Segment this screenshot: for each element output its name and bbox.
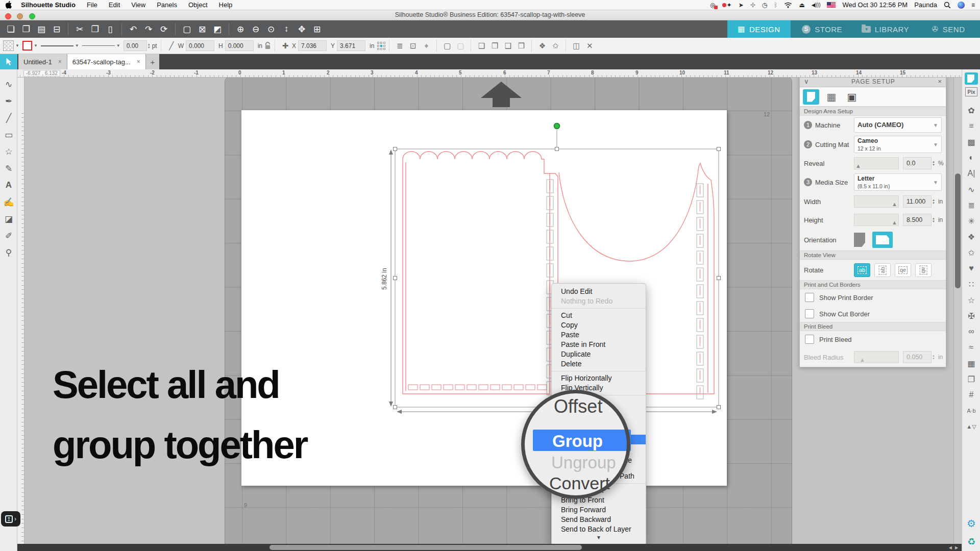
erase-options-icon[interactable]: ✳ xyxy=(962,214,980,228)
apple-menu[interactable] xyxy=(5,1,12,9)
scroll-left-icon[interactable]: ◀ xyxy=(949,545,952,550)
puzzle-tool-icon[interactable]: ✠ xyxy=(962,309,980,323)
save-icon[interactable]: ▤ xyxy=(34,22,49,36)
menu-item-bring-forward[interactable]: Bring Forward xyxy=(552,505,646,515)
stroke-dropdown-arrow[interactable]: ▼ xyxy=(34,43,38,48)
glyph-tool-icon[interactable]: A·b xyxy=(962,404,980,418)
creative-cloud-icon[interactable]: ◎ xyxy=(710,2,715,9)
menu-item-send-backward[interactable]: Send Backward xyxy=(552,515,646,524)
fill-pattern-tool-icon[interactable]: ▩ xyxy=(962,135,980,149)
nesting-tool-icon[interactable]: ▲▽ xyxy=(962,419,980,434)
menu-item-duplicate[interactable]: Duplicate xyxy=(552,349,646,359)
refresh-recycle-icon[interactable]: ♻ xyxy=(962,535,980,549)
tab-send[interactable]: ✇ SEND xyxy=(917,20,980,38)
send-to-back-icon[interactable]: ❐ xyxy=(488,41,501,51)
line-tool-icon[interactable]: ╱ xyxy=(0,110,17,126)
close-tab-icon[interactable]: × xyxy=(137,58,140,65)
siri-icon[interactable] xyxy=(958,2,965,9)
redo-icon[interactable]: ↷ xyxy=(141,22,156,36)
drag-zoom-icon[interactable]: ⊙ xyxy=(263,22,279,36)
bring-to-front-icon[interactable]: ❏ xyxy=(475,41,488,51)
cut-icon[interactable]: ✂ xyxy=(72,22,87,36)
horizontal-scrollbar-thumb[interactable] xyxy=(270,545,582,550)
undo-icon[interactable]: ↶ xyxy=(126,22,141,36)
print-bleed-checkbox[interactable] xyxy=(805,335,814,344)
select-tool[interactable] xyxy=(0,54,17,69)
width-slider[interactable]: ▲ xyxy=(854,195,899,208)
menu-item-flip-horizontally[interactable]: Flip Horizontally xyxy=(552,373,646,383)
cleaner-icon[interactable]: ✣ xyxy=(750,2,755,9)
paste-icon[interactable]: ▯ xyxy=(103,22,118,36)
rotate-icon[interactable]: ▢ xyxy=(454,41,467,51)
modify-tool-icon[interactable]: ❖ xyxy=(962,230,980,244)
cutting-mat-select[interactable]: Cameo12 x 12 in ▼ xyxy=(854,136,942,153)
height-input[interactable]: 0.000 xyxy=(225,40,254,51)
design-page[interactable] xyxy=(241,110,727,486)
menu-item-send-to-back-of-layer[interactable]: Send to Back of Layer xyxy=(552,524,646,534)
zoom-out-icon[interactable]: ⊖ xyxy=(248,22,263,36)
transform-panel-icon[interactable]: ≣ xyxy=(393,41,406,51)
weld-icon[interactable]: ❖ xyxy=(535,41,549,51)
zoom-in-icon[interactable]: ⊕ xyxy=(233,22,248,36)
stroke-width-input[interactable]: 0.00 xyxy=(124,40,147,51)
swoosh-icon[interactable]: ➤ xyxy=(739,2,744,9)
menu-item-copy[interactable]: Copy xyxy=(552,320,646,330)
tab-library[interactable]: ▼ LIBRARY xyxy=(854,20,917,38)
menu-item-undo-edit[interactable]: Undo Edit xyxy=(552,287,646,296)
doc-tab-scallop[interactable]: 63547-scallop-tag...× xyxy=(67,54,146,69)
y-position-input[interactable]: 3.671 xyxy=(337,40,365,51)
notification-center-icon[interactable]: ≡ xyxy=(971,2,975,9)
stroke-width-down[interactable]: ▼ xyxy=(148,46,151,49)
deselect-all-icon[interactable]: ⊠ xyxy=(194,22,210,36)
landscape-orientation-button[interactable] xyxy=(872,232,893,248)
sketch-tool-icon[interactable]: ∿ xyxy=(962,182,980,196)
rotate-90-button[interactable]: ab xyxy=(874,263,891,277)
scrollbar-corner[interactable]: ◀ ▶ xyxy=(945,544,962,551)
weave-tool-icon[interactable]: ∞ xyxy=(962,324,980,339)
settings-gear-icon[interactable]: ⚙ xyxy=(962,516,980,531)
volume-icon[interactable]: ◀))) xyxy=(812,2,821,8)
width-value-input[interactable]: 11.000 xyxy=(903,195,932,208)
send-backward-icon[interactable]: ❒ xyxy=(514,41,528,51)
star-tool-icon[interactable]: ☆ xyxy=(962,293,980,307)
tray-toggle-button[interactable]: ↥ › xyxy=(1,511,20,527)
freehand-tool-icon[interactable]: ✎ xyxy=(0,161,17,176)
eyedropper-tool-icon[interactable]: ⚲ xyxy=(0,245,17,260)
time-machine-icon[interactable]: ◷ xyxy=(762,2,767,9)
dropbox-badge-icon[interactable]: ✦ xyxy=(722,2,732,9)
vertical-scrollbar-thumb[interactable] xyxy=(955,173,961,288)
bring-forward-icon[interactable]: ❑ xyxy=(501,41,514,51)
rhinestone-tool-icon[interactable]: ∷ xyxy=(962,277,980,291)
input-language-flag[interactable] xyxy=(827,2,836,8)
menu-panels[interactable]: Panels xyxy=(157,1,177,9)
extrude-icon[interactable]: ◫ xyxy=(570,41,583,51)
select-all-icon[interactable]: ▢ xyxy=(179,22,194,36)
machine-select[interactable]: Auto (CAMEO) ▼ xyxy=(854,117,942,133)
offset-icon[interactable]: ✩ xyxy=(549,41,562,51)
menu-item-delete[interactable]: Delete xyxy=(552,359,646,369)
trace-tool-icon[interactable]: ◐ xyxy=(962,151,980,165)
fill-pattern-swatch[interactable] xyxy=(3,40,14,51)
menu-edit[interactable]: Edit xyxy=(109,1,120,9)
new-document-icon[interactable]: ❏ xyxy=(3,22,18,36)
lock-aspect-icon[interactable] xyxy=(264,42,271,50)
menu-file[interactable]: File xyxy=(87,1,97,9)
close-tab-icon[interactable]: × xyxy=(58,58,62,65)
page-setup-tool-active[interactable] xyxy=(962,71,980,86)
menu-item-cut[interactable]: Cut xyxy=(552,311,646,320)
warp-tool-icon[interactable]: # xyxy=(962,388,980,402)
new-tab-button[interactable]: + xyxy=(146,54,159,69)
scroll-right-icon[interactable]: ▶ xyxy=(955,545,958,550)
lasso-select-tool-icon[interactable]: ∿ xyxy=(0,77,17,92)
copy-icon[interactable]: ❐ xyxy=(87,22,103,36)
rotate-270-button[interactable]: ab xyxy=(915,263,932,277)
line-style-select[interactable] xyxy=(41,40,74,51)
reveal-input[interactable]: 0.0 xyxy=(903,157,932,169)
registration-target-icon[interactable]: ⌖ xyxy=(420,41,433,51)
color-palette-tool-icon[interactable]: ✿ xyxy=(962,103,980,117)
height-value-input[interactable]: 8.500 xyxy=(903,214,932,226)
reveal-slider[interactable]: ▲ xyxy=(854,157,899,169)
width-input[interactable]: 0.000 xyxy=(186,40,214,51)
menu-scroll-down-icon[interactable]: ▼ xyxy=(552,534,646,541)
show-cut-border-checkbox[interactable] xyxy=(805,309,814,318)
